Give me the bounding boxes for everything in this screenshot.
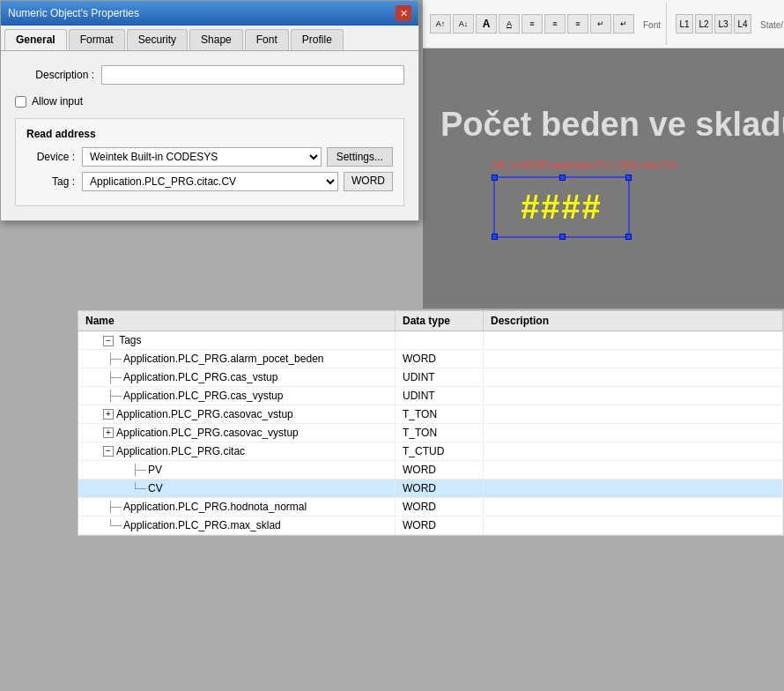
table-row[interactable]: ├─ Application.PLC_PRG.cas_vstup UDINT [78, 368, 783, 387]
dialog-title: Numeric Object's Properties [8, 7, 139, 19]
dialog-close-button[interactable]: ✕ [396, 5, 411, 21]
row-label: Application.PLC_PRG.casovac_vystup [116, 427, 299, 439]
expand-icon[interactable]: + [103, 427, 114, 438]
row-name: └─ Application.PLC_PRG.max_sklad [78, 516, 396, 534]
toolbar-btn-4[interactable]: A [499, 14, 520, 33]
row-type: WORD [396, 479, 484, 497]
toolbar-area: A↑ A↓ A A ≡ ≡ ≡ ↵ ↵ Font L1 L2 L3 L4 Sta… [423, 0, 784, 48]
col-header-desc: Description [484, 311, 783, 331]
tab-profile[interactable]: Profile [291, 29, 344, 50]
row-name: − Application.PLC_PRG.citac [78, 442, 396, 460]
row-name: └─ CV [78, 479, 396, 497]
toolbar-btn-1[interactable]: A↑ [430, 14, 451, 33]
description-row: Description : [15, 65, 404, 85]
tab-font[interactable]: Font [245, 29, 289, 50]
row-label: Application.PLC_PRG.citac [116, 445, 245, 457]
row-type: WORD [396, 498, 484, 516]
row-type: UDINT [396, 368, 484, 386]
table-row[interactable]: ├─ Application.PLC_PRG.hodnota_normal WO… [78, 498, 783, 516]
toolbar-btn-3[interactable]: A [476, 14, 497, 33]
toolbar-btn-5[interactable]: ≡ [521, 14, 543, 33]
table-row[interactable]: ├─ Application.PLC_PRG.alarm_pocet_beden… [78, 350, 783, 368]
allow-input-checkbox[interactable] [15, 96, 26, 108]
row-type: T_TON [396, 424, 484, 442]
row-name: ├─ PV [78, 461, 396, 479]
handle-br [625, 234, 632, 240]
table-row[interactable]: ├─ Application.PLC_PRG.cas_vystup UDINT [78, 387, 783, 405]
row-label: CV [148, 482, 163, 494]
tree-line: ├─ [107, 501, 122, 513]
numeric-display-box[interactable]: #### [493, 176, 630, 238]
L3-btn[interactable]: L3 [714, 14, 732, 33]
state-section: State/Language [755, 3, 784, 45]
tree-line: ├─ [107, 353, 122, 365]
table-row[interactable]: + Application.PLC_PRG.casovac_vystup T_T… [78, 424, 783, 442]
L4-btn[interactable]: L4 [734, 14, 751, 33]
expand-icon[interactable]: + [103, 409, 114, 420]
expand-icon[interactable]: − [103, 446, 114, 457]
row-desc [484, 350, 783, 368]
L2-btn[interactable]: L2 [695, 14, 713, 33]
handle-bl [492, 234, 498, 240]
toolbar-btn-8[interactable]: ↵ [590, 14, 611, 33]
description-label: Description : [15, 69, 94, 81]
row-name: + Application.PLC_PRG.casovac_vstup [78, 405, 396, 423]
canvas-big-text: Počet beden ve skladu [440, 106, 784, 144]
tab-bar: General Format Security Shape Font Profi… [1, 26, 418, 51]
row-desc [484, 479, 783, 497]
font-section: Font [638, 3, 667, 45]
tag-row: Tag : Application.PLC_PRG.citac.CV WORD [26, 172, 393, 191]
L1-btn[interactable]: L1 [676, 14, 693, 33]
row-desc [484, 387, 783, 405]
table-row[interactable]: └─ CV WORD [78, 479, 783, 498]
dialog-content: Description : Allow input Read address D… [1, 51, 418, 220]
nd-label: ND_0 (WORD-Application.PLC_PRG.citac.CV) [493, 160, 677, 170]
toolbar-btn-6[interactable]: ≡ [544, 14, 566, 33]
device-select[interactable]: Weintek Built-in CODESYS [82, 147, 322, 167]
row-type: WORD [396, 461, 484, 479]
row-type: T_CTUD [396, 442, 484, 460]
read-address-section: Read address Device : Weintek Built-in C… [15, 118, 404, 206]
read-address-title: Read address [26, 128, 393, 140]
row-desc [484, 331, 783, 349]
table-header: Name Data type Description [78, 311, 783, 331]
allow-input-label: Allow input [32, 95, 83, 108]
tab-general[interactable]: General [4, 29, 67, 50]
tag-select[interactable]: Application.PLC_PRG.citac.CV [82, 172, 338, 191]
toolbar-btn-9[interactable]: ↵ [613, 14, 634, 33]
row-name: − Tags [78, 331, 396, 349]
toolbar-btn-2[interactable]: A↓ [453, 14, 474, 33]
table-row[interactable]: − Tags [78, 331, 783, 350]
tab-format[interactable]: Format [69, 29, 125, 50]
row-desc [484, 498, 783, 516]
handle-tm [559, 175, 566, 181]
tag-label: Tag : [26, 175, 75, 188]
tag-table: Name Data type Description − Tags ├─ App… [78, 310, 784, 536]
row-type: WORD [396, 350, 484, 368]
handle-tl [492, 175, 498, 181]
row-type [396, 331, 484, 349]
tree-line: ├─ [107, 390, 122, 402]
table-row[interactable]: ├─ PV WORD [78, 461, 783, 479]
numeric-display-value: #### [521, 189, 603, 227]
expand-icon[interactable]: − [103, 336, 114, 346]
allow-input-row: Allow input [15, 95, 404, 108]
row-label: Application.PLC_PRG.hodnota_normal [123, 501, 307, 513]
font-section-label: Font [643, 20, 661, 30]
settings-button[interactable]: Settings... [327, 147, 393, 167]
row-desc [484, 405, 783, 423]
table-row[interactable]: − Application.PLC_PRG.citac T_CTUD [78, 442, 783, 461]
toolbar-btn-7[interactable]: ≡ [567, 14, 588, 33]
row-label: PV [148, 464, 162, 476]
tab-shape[interactable]: Shape [189, 29, 243, 50]
device-label: Device : [26, 151, 75, 163]
table-row[interactable]: + Application.PLC_PRG.casovac_vstup T_TO… [78, 405, 783, 424]
col-header-type: Data type [396, 311, 484, 331]
row-name: ├─ Application.PLC_PRG.cas_vstup [78, 368, 396, 386]
description-input[interactable] [101, 65, 404, 85]
table-row[interactable]: └─ Application.PLC_PRG.max_sklad WORD [78, 516, 783, 535]
tab-security[interactable]: Security [127, 29, 188, 50]
device-row: Device : Weintek Built-in CODESYS Settin… [26, 147, 393, 167]
row-type: T_TON [396, 405, 484, 423]
row-desc [484, 461, 783, 479]
